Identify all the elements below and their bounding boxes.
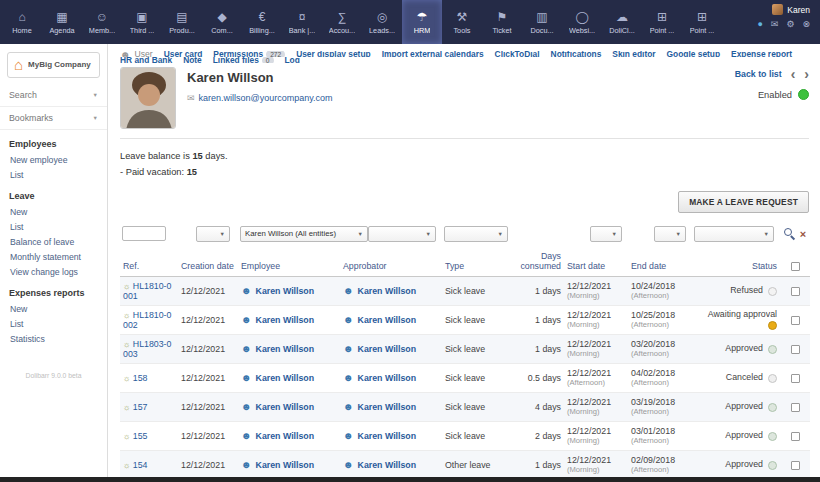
sidebar-item-leave-list[interactable]: List (0, 219, 107, 234)
employee-link[interactable]: ☻Karen Willson (241, 372, 314, 383)
menu-commerce[interactable]: ◆Com... (202, 0, 242, 44)
next-record-icon[interactable]: › (804, 69, 809, 79)
tab-linked-files[interactable]: Linked files0 (213, 57, 274, 63)
user-icon: ☻ (241, 372, 252, 383)
sidebar-item-new-employee[interactable]: New employee (0, 152, 107, 167)
menu-products[interactable]: ▤Produ... (162, 0, 202, 44)
leave-icon: ☼ (123, 402, 131, 412)
employee-link[interactable]: ☻Karen Willson (241, 401, 314, 412)
menu-bank[interactable]: ¤Bank |... (282, 0, 322, 44)
tab-hr-and-bank[interactable]: HR and Bank (120, 57, 172, 63)
creation-date-filter-select[interactable] (196, 226, 230, 242)
tab-note[interactable]: Note (183, 57, 202, 63)
start-date-filter-select[interactable] (590, 226, 622, 242)
previous-record-icon[interactable]: ‹ (791, 69, 796, 79)
clear-filters-icon[interactable]: × (800, 228, 806, 240)
col-type[interactable]: Type (442, 246, 514, 277)
row-checkbox[interactable] (791, 345, 800, 354)
menu-pos-1[interactable]: ⊞Point ... (642, 0, 682, 44)
menu-hrm[interactable]: ☂HRM (402, 0, 442, 44)
status-filter-select[interactable] (694, 226, 774, 242)
menu-agenda[interactable]: ▦Agenda (42, 0, 82, 44)
sidebar-item-leave-new[interactable]: New (0, 204, 107, 219)
employee-link[interactable]: ☻Karen Willson (241, 430, 314, 441)
approbator-link[interactable]: ☻Karen Willson (343, 314, 416, 325)
back-to-list-link[interactable]: Back to list (735, 69, 782, 79)
sidebar-item-expense-statistics[interactable]: Statistics (0, 331, 107, 346)
menu-accountancy[interactable]: ∑Accou... (322, 0, 362, 44)
make-leave-request-button[interactable]: MAKE A LEAVE REQUEST (678, 191, 809, 213)
type-filter-select[interactable] (444, 226, 508, 242)
approbator-link[interactable]: ☻Karen Willson (343, 430, 416, 441)
row-checkbox[interactable] (791, 374, 800, 383)
col-end-date[interactable]: End date (628, 246, 692, 277)
employee-link[interactable]: ☻Karen Willson (241, 459, 314, 470)
menu-billing[interactable]: €Billing... (242, 0, 282, 44)
sidebar-item-expense-list[interactable]: List (0, 316, 107, 331)
employee-filter-select[interactable]: Karen Willson (All entities) (240, 226, 368, 242)
menu-home[interactable]: ⌂Home (2, 0, 42, 44)
approbator-link[interactable]: ☻Karen Willson (343, 285, 416, 296)
notification-icon[interactable]: ● (757, 19, 762, 29)
sidebar-item-expense-new[interactable]: New (0, 301, 107, 316)
settings-icon[interactable]: ⚙ (786, 19, 794, 29)
employee-link[interactable]: ☻Karen Willson (241, 314, 314, 325)
user-icon: ☻ (241, 343, 252, 354)
col-status[interactable]: Status (692, 246, 780, 277)
calendar-icon: ▦ (56, 11, 67, 24)
row-checkbox[interactable] (791, 316, 800, 325)
user-icon: ☻ (241, 401, 252, 412)
menu-dolicloud[interactable]: ☁DoliCl... (602, 0, 642, 44)
approbator-filter-select[interactable] (368, 226, 436, 242)
col-days-consumed[interactable]: Days consumed (514, 246, 564, 277)
user-photo[interactable] (120, 67, 176, 129)
col-employee[interactable]: Employee (238, 246, 340, 277)
ref-link[interactable]: 154 (133, 460, 148, 470)
commerce-icon: ◆ (217, 11, 226, 24)
menu-tools[interactable]: ⚒Tools (442, 0, 482, 44)
approbator-link[interactable]: ☻Karen Willson (343, 343, 416, 354)
ref-link[interactable]: 155 (133, 431, 148, 441)
message-icon[interactable]: ✉ (771, 19, 779, 29)
sidebar-bookmarks-toggle[interactable]: Bookmarks (0, 107, 107, 130)
sidebar-item-balance-of-leave[interactable]: Balance of leave (0, 234, 107, 249)
approbator-link[interactable]: ☻Karen Willson (343, 459, 416, 470)
leads-icon: ◎ (377, 11, 387, 24)
row-checkbox[interactable] (791, 287, 800, 296)
company-logo[interactable]: ⌂ MyBig Company (7, 52, 100, 78)
logout-icon[interactable]: ⊗ (802, 19, 810, 29)
select-all-checkbox[interactable] (791, 262, 800, 271)
approbator-link[interactable]: ☻Karen Willson (343, 372, 416, 383)
col-ref[interactable]: Ref. (120, 246, 178, 277)
col-start-date[interactable]: Start date (564, 246, 628, 277)
menu-documents[interactable]: ▥Docu... (522, 0, 562, 44)
status-dot (768, 321, 777, 330)
employee-link[interactable]: ☻Karen Willson (241, 343, 314, 354)
logged-user[interactable]: Karen (772, 4, 810, 15)
sidebar-item-employee-list[interactable]: List (0, 167, 107, 182)
search-icon[interactable] (784, 228, 795, 239)
row-checkbox[interactable] (791, 432, 800, 441)
menu-pos-2[interactable]: ⊞Point ... (682, 0, 722, 44)
menu-members[interactable]: ☺Memb... (82, 0, 122, 44)
sidebar-item-view-change-logs[interactable]: View change logs (0, 264, 107, 279)
menu-leads[interactable]: ◎Leads... (362, 0, 402, 44)
row-checkbox[interactable] (791, 403, 800, 412)
sidebar-search-toggle[interactable]: Search (0, 84, 107, 107)
approbator-link[interactable]: ☻Karen Willson (343, 401, 416, 412)
col-approbator[interactable]: Approbator (340, 246, 442, 277)
end-date-filter-select[interactable] (654, 226, 686, 242)
top-navbar: ⌂Home ▦Agenda ☺Memb... ▣Third ... ▤Produ… (0, 0, 820, 44)
tab-log[interactable]: Log (285, 57, 300, 63)
ref-filter-input[interactable] (122, 226, 166, 241)
menu-ticket[interactable]: ⚑Ticket (482, 0, 522, 44)
row-checkbox[interactable] (791, 461, 800, 470)
ref-link[interactable]: 158 (133, 373, 148, 383)
ref-link[interactable]: 157 (133, 402, 148, 412)
sidebar-item-monthly-statement[interactable]: Monthly statement (0, 249, 107, 264)
menu-thirdparties[interactable]: ▣Third ... (122, 0, 162, 44)
employee-link[interactable]: ☻Karen Willson (241, 285, 314, 296)
menu-websites[interactable]: ◯Websi... (562, 0, 602, 44)
col-creation-date[interactable]: Creation date (178, 246, 238, 277)
user-email[interactable]: ✉karen.willson@yourcompany.com (187, 93, 333, 103)
